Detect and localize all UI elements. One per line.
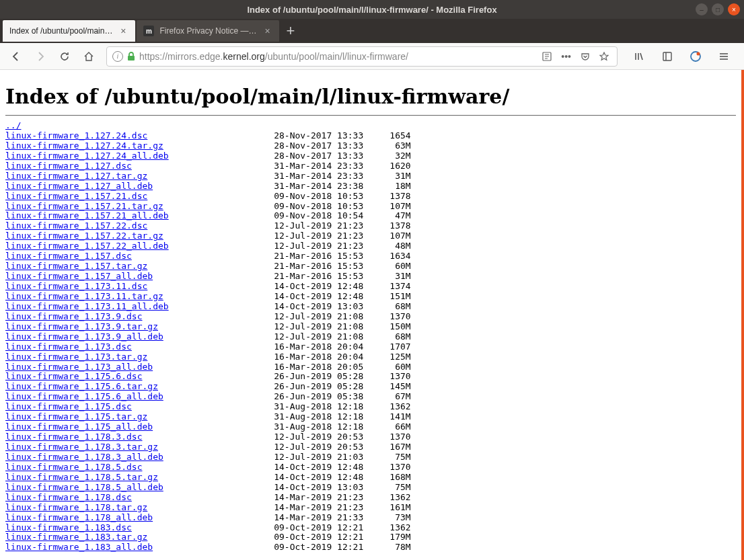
divider <box>5 115 736 116</box>
file-link[interactable]: linux-firmware_1.157.tar.gz <box>5 261 147 271</box>
url-text: https://mirrors.edge.kernel.org/ubuntu/p… <box>139 51 535 62</box>
file-link[interactable]: linux-firmware_1.178.3.tar.gz <box>5 442 158 452</box>
directory-listing: ../ linux-firmware_1.127.24.dsc 28-Nov-2… <box>5 121 736 553</box>
file-link[interactable]: linux-firmware_1.178.5_all.deb <box>5 482 163 492</box>
page-actions-icon[interactable]: ••• <box>558 51 574 62</box>
parent-dir-link[interactable]: ../ <box>5 120 21 130</box>
svg-line-7 <box>640 53 642 60</box>
file-link[interactable]: linux-firmware_1.178.tar.gz <box>5 502 147 512</box>
file-link[interactable]: linux-firmware_1.127.24_all.deb <box>5 151 169 161</box>
file-link[interactable]: linux-firmware_1.173.tar.gz <box>5 352 147 362</box>
tab-label: Firefox Privacy Notice —… <box>159 26 256 36</box>
tab-inactive[interactable]: m Firefox Privacy Notice —… × <box>137 20 279 42</box>
file-link[interactable]: linux-firmware_1.157.dsc <box>5 251 132 261</box>
svg-rect-8 <box>663 52 671 61</box>
file-link[interactable]: linux-firmware_1.178.3.dsc <box>5 432 143 442</box>
pocket-icon[interactable] <box>578 52 593 61</box>
file-link[interactable]: linux-firmware_1.175_all.deb <box>5 422 153 432</box>
file-link[interactable]: linux-firmware_1.178.5.tar.gz <box>5 472 158 482</box>
bookmark-star-icon[interactable] <box>597 52 611 61</box>
back-button[interactable] <box>5 46 27 67</box>
url-bar[interactable]: i https://mirrors.edge.kernel.org/ubuntu… <box>106 46 618 67</box>
file-link[interactable]: linux-firmware_1.175.6_all.deb <box>5 391 163 401</box>
file-link[interactable]: linux-firmware_1.173.11.tar.gz <box>5 291 163 301</box>
file-link[interactable]: linux-firmware_1.173.11.dsc <box>5 281 147 291</box>
forward-button[interactable] <box>30 46 51 67</box>
favicon-icon: m <box>143 26 154 36</box>
file-link[interactable]: linux-firmware_1.175.dsc <box>5 401 132 411</box>
file-link[interactable]: linux-firmware_1.157.21_all.deb <box>5 210 169 221</box>
lock-icon <box>127 52 135 61</box>
close-icon[interactable]: × <box>118 26 128 36</box>
info-icon[interactable]: i <box>112 51 123 62</box>
window-title: Index of /ubuntu/pool/main/l/linux-firmw… <box>247 5 496 15</box>
file-link[interactable]: linux-firmware_1.127.dsc <box>5 161 132 171</box>
tab-active[interactable]: Index of /ubuntu/pool/main… × <box>3 20 135 42</box>
navigation-toolbar: i https://mirrors.edge.kernel.org/ubuntu… <box>0 43 744 70</box>
extension-icon[interactable] <box>685 46 706 67</box>
file-link[interactable]: linux-firmware_1.175.6.dsc <box>5 371 143 381</box>
close-icon[interactable]: × <box>262 26 272 36</box>
file-link[interactable]: linux-firmware_1.127_all.deb <box>5 181 153 191</box>
file-link[interactable]: linux-firmware_1.173.11_all.deb <box>5 301 169 311</box>
toolbar-right <box>624 46 739 67</box>
tab-bar: Index of /ubuntu/pool/main… × m Firefox … <box>0 19 744 43</box>
new-tab-button[interactable]: + <box>281 22 300 40</box>
library-icon[interactable] <box>628 46 650 67</box>
svg-point-11 <box>697 52 700 55</box>
file-link[interactable]: linux-firmware_1.157.21.tar.gz <box>5 201 163 211</box>
close-button[interactable]: × <box>728 3 740 15</box>
minimize-button[interactable]: – <box>696 3 708 15</box>
file-link[interactable]: linux-firmware_1.127.24.tar.gz <box>5 141 163 151</box>
maximize-button[interactable]: □ <box>712 3 724 15</box>
home-button[interactable] <box>78 46 100 67</box>
file-link[interactable]: linux-firmware_1.157.22.dsc <box>5 221 147 231</box>
window-titlebar: Index of /ubuntu/pool/main/l/linux-firmw… <box>0 0 744 19</box>
file-link[interactable]: linux-firmware_1.173_all.deb <box>5 362 153 372</box>
file-link[interactable]: linux-firmware_1.178.5.dsc <box>5 462 143 472</box>
tab-label: Index of /ubuntu/pool/main… <box>9 26 112 36</box>
file-link[interactable]: linux-firmware_1.175.tar.gz <box>5 411 147 422</box>
reload-button[interactable] <box>54 46 75 67</box>
file-link[interactable]: linux-firmware_1.173.dsc <box>5 342 132 352</box>
file-link[interactable]: linux-firmware_1.157.22.tar.gz <box>5 231 163 241</box>
sidebar-icon[interactable] <box>657 46 678 67</box>
reader-mode-icon[interactable] <box>540 52 554 61</box>
file-link[interactable]: linux-firmware_1.178.dsc <box>5 492 132 502</box>
file-link[interactable]: linux-firmware_1.173.9.dsc <box>5 311 143 321</box>
file-link[interactable]: linux-firmware_1.127.24.dsc <box>5 130 147 141</box>
page-title: Index of /ubuntu/pool/main/l/linux-firmw… <box>5 85 736 108</box>
menu-icon[interactable] <box>713 46 735 67</box>
file-link[interactable]: linux-firmware_1.157_all.deb <box>5 271 153 281</box>
file-link[interactable]: linux-firmware_1.178.3_all.deb <box>5 452 163 462</box>
svg-rect-0 <box>128 56 135 61</box>
window-controls: – □ × <box>696 3 740 15</box>
file-link[interactable]: linux-firmware_1.183_all.deb <box>5 542 153 552</box>
file-link[interactable]: linux-firmware_1.183.dsc <box>5 522 132 532</box>
file-link[interactable]: linux-firmware_1.178_all.deb <box>5 512 153 522</box>
file-link[interactable]: linux-firmware_1.157.22_all.deb <box>5 241 169 251</box>
file-link[interactable]: linux-firmware_1.183.tar.gz <box>5 532 147 542</box>
file-link[interactable]: linux-firmware_1.173.9.tar.gz <box>5 321 158 331</box>
file-link[interactable]: linux-firmware_1.127.tar.gz <box>5 171 147 181</box>
file-link[interactable]: linux-firmware_1.157.21.dsc <box>5 191 147 201</box>
page-content[interactable]: Index of /ubuntu/pool/main/l/linux-firmw… <box>0 70 744 560</box>
file-link[interactable]: linux-firmware_1.173.9_all.deb <box>5 331 163 342</box>
file-link[interactable]: linux-firmware_1.175.6.tar.gz <box>5 381 158 391</box>
